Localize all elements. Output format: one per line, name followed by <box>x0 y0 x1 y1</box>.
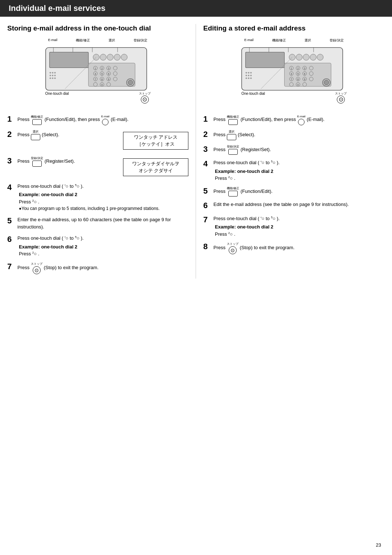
svg-rect-5 <box>49 52 88 68</box>
svg-point-40 <box>52 72 53 73</box>
right-step-5: 5 Press 機能/修正 (Function/Edit). <box>203 186 385 197</box>
svg-point-93 <box>250 74 252 76</box>
svg-text:3: 3 <box>108 67 109 69</box>
svg-text:5: 5 <box>297 72 299 75</box>
svg-point-67 <box>309 66 313 70</box>
left-column: Storing e-mail address in the one-touch … <box>7 24 196 279</box>
svg-point-88 <box>245 72 247 73</box>
left-step-7: 7 Press ストップ ⊙ (Stop) to exit the progra… <box>7 262 188 274</box>
svg-text:9: 9 <box>304 78 305 80</box>
svg-point-36 <box>106 82 110 86</box>
svg-text:9: 9 <box>108 78 109 80</box>
left-step-4: 4 Press one-touch dial ( '○ to 5○ ). Exa… <box>7 183 188 212</box>
svg-point-39 <box>49 72 51 73</box>
callout-box-2: ワンタッチダイヤルヲ オシテ クダサイ <box>123 158 188 176</box>
svg-text:8: 8 <box>297 78 299 80</box>
svg-text:2: 2 <box>297 67 299 69</box>
svg-text:6: 6 <box>108 72 109 75</box>
svg-text:1: 1 <box>95 67 96 69</box>
device-svg-right: 1 2 3 4 5 6 7 8 9 0 <box>238 44 347 94</box>
svg-point-25 <box>113 72 117 76</box>
right-step-7: 7 Press one-touch dial ( '○ to 5○ ). Exa… <box>203 215 385 238</box>
svg-point-56 <box>296 54 302 60</box>
right-step-3: 3 Press 登録/決定 (Register/Set). <box>203 145 385 155</box>
right-step-8: 8 Press ストップ ⊙ (Stop) to exit the progra… <box>203 242 385 254</box>
svg-text:8: 8 <box>101 78 103 80</box>
svg-text:4: 4 <box>95 72 96 75</box>
callout-box-1: ワンタッチ アドレス ［ケッテイ］オス <box>123 132 188 150</box>
svg-point-94 <box>245 77 247 79</box>
svg-point-46 <box>52 77 53 79</box>
svg-text:0: 0 <box>101 83 103 86</box>
svg-point-58 <box>310 54 316 60</box>
svg-point-81 <box>309 77 313 81</box>
svg-point-9 <box>114 54 120 60</box>
svg-text:5: 5 <box>101 72 103 75</box>
svg-rect-54 <box>245 52 284 68</box>
svg-point-38 <box>128 80 132 85</box>
right-section-title: Editing a stored e-mail address <box>203 24 385 33</box>
right-column: Editing a stored e-mail address E-mail 機… <box>196 24 385 279</box>
left-step-2: 2 Press 選択 (Select). ワンタッチ アドレス ［ケッテイ］オス <box>7 130 188 152</box>
svg-point-41 <box>54 72 56 73</box>
svg-point-95 <box>248 77 249 79</box>
svg-point-89 <box>248 72 249 73</box>
right-step-6: 6 Edit the e-mail address (see the table… <box>203 201 385 210</box>
svg-point-44 <box>54 74 56 76</box>
device-label-stop: ストップ <box>139 92 151 96</box>
svg-point-92 <box>248 74 249 76</box>
svg-text:7: 7 <box>291 78 292 80</box>
svg-point-85 <box>303 82 307 86</box>
left-step-5: 5 Enter the e-mail address, up to 60 cha… <box>7 216 188 230</box>
svg-point-59 <box>317 54 323 60</box>
device-label-onetouchdial: One-touch dial <box>45 92 69 104</box>
svg-point-7 <box>100 54 106 60</box>
svg-point-47 <box>54 77 56 79</box>
left-section-title: Storing e-mail address in the one-touch … <box>7 24 188 33</box>
svg-point-91 <box>245 74 247 76</box>
left-step-3: 3 Press 登録/決定 (Register/Set). ワンタッチダイヤルヲ… <box>7 156 188 178</box>
svg-text:2: 2 <box>101 67 103 69</box>
svg-point-87 <box>324 80 329 85</box>
svg-point-74 <box>309 72 313 76</box>
page-title: Individual e-mail services <box>9 4 106 13</box>
left-step-6: 6 Press one-touch dial ( '○ to 5○ ). Exa… <box>7 235 188 258</box>
svg-point-90 <box>250 72 252 73</box>
svg-point-57 <box>303 54 309 60</box>
svg-point-33 <box>93 82 97 86</box>
right-step-1: 1 Press 機能/修正 (Function/Edit), then pres… <box>203 114 385 125</box>
svg-point-45 <box>49 77 51 79</box>
svg-text:1: 1 <box>291 67 292 69</box>
svg-point-18 <box>113 66 117 70</box>
svg-text:3: 3 <box>304 67 305 69</box>
svg-point-82 <box>290 82 294 86</box>
right-step-4: 4 Press one-touch dial ( '○ to 5○ ). Exa… <box>203 159 385 182</box>
left-step-1: 1 Press 機能/修正 (Function/Edit), then pres… <box>7 114 188 125</box>
svg-point-32 <box>113 77 117 81</box>
device-illustration-left: E-mail 機能/修正 選択 登録/決定 <box>42 38 154 104</box>
right-step-2: 2 Press 選択 (Select). <box>203 130 385 140</box>
svg-text:0: 0 <box>297 83 299 86</box>
svg-point-96 <box>250 77 252 79</box>
page-header: Individual e-mail services <box>0 0 392 17</box>
svg-point-42 <box>49 74 51 76</box>
device-illustration-right: E-mail 機能/修正 選択 登録/決定 1 2 3 <box>238 38 350 104</box>
svg-point-10 <box>121 54 127 60</box>
device-label-onetouchdial-right: One-touch dial <box>241 92 265 104</box>
device-svg-left: 1 2 3 4 5 6 7 8 9 0 <box>42 44 151 94</box>
page-number: 23 <box>376 542 381 548</box>
svg-text:7: 7 <box>95 78 96 80</box>
svg-point-43 <box>52 74 53 76</box>
svg-text:4: 4 <box>291 72 292 75</box>
svg-text:6: 6 <box>304 72 305 75</box>
svg-point-8 <box>107 54 113 60</box>
